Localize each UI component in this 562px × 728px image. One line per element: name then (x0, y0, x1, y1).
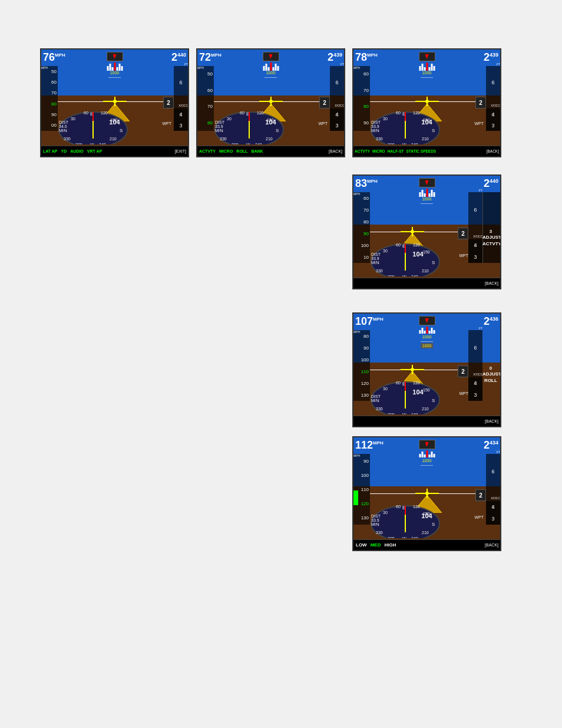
svg-text:240: 240 (411, 413, 418, 414)
menu-vrt-ap[interactable]: VRT AP (85, 149, 104, 153)
menu-halfst[interactable]: HALF-ST (386, 149, 405, 153)
menu-actvty[interactable]: ACTVTY (197, 149, 217, 153)
speed-display: 72MPH (199, 51, 222, 64)
svg-text:S: S (432, 260, 435, 265)
svg-point-97 (425, 492, 429, 495)
menu-low[interactable]: LOW (356, 542, 367, 548)
svg-text:150: 150 (423, 388, 430, 392)
speed-display: 78MPH (355, 51, 378, 64)
svg-text:150: 150 (423, 250, 430, 254)
heading-display: 104 (421, 118, 432, 126)
compass-icon (107, 52, 123, 61)
menu-bank[interactable]: BANK (249, 149, 265, 153)
svg-text:60: 60 (240, 111, 244, 115)
svg-text:120: 120 (413, 111, 420, 115)
svg-text:S: S (432, 398, 435, 403)
svg-text:210: 210 (422, 137, 429, 141)
svg-text:210: 210 (422, 531, 429, 535)
ft-label: FT (184, 62, 188, 66)
menu-high[interactable]: HIGH (384, 542, 396, 548)
wpt-label: WPT (474, 121, 484, 126)
wpt-label: WPT (318, 121, 328, 126)
vsi-display: 2 (458, 365, 468, 377)
heading-display: 104 (412, 251, 423, 258)
menu-static[interactable]: STATIC SPEEDS (405, 149, 437, 153)
alt-display: 2440 (171, 51, 186, 64)
compass-icon (263, 52, 279, 61)
menu-lat-ap[interactable]: LAT AP (41, 149, 59, 153)
svg-text:240: 240 (99, 143, 106, 144)
svg-text:60: 60 (396, 381, 401, 385)
nav-info: DIST33.9MI (371, 120, 381, 133)
speed-display: 112MPH (355, 439, 384, 452)
menu-micro3[interactable]: MICRO (371, 149, 386, 153)
panel-4: 83MPH 2440 1000 ——— 6070809010010 MPH 65… (352, 174, 501, 289)
svg-text:30: 30 (383, 117, 388, 121)
alt-tape-lower: 43 (468, 377, 482, 401)
menu-actvty3[interactable]: ACTVTY (353, 149, 371, 153)
svg-point-2 (113, 100, 117, 103)
green-speed-bar (353, 490, 358, 505)
svg-point-78 (411, 368, 414, 371)
menu-back5[interactable]: [BACK] (483, 419, 500, 423)
heading-ref: 1000 ——— (421, 335, 433, 343)
adjust-label-5: 0 ADJUST ROLL (482, 365, 499, 384)
menu-exit[interactable]: [EXIT] (173, 149, 188, 153)
side-numbers (482, 192, 500, 263)
menu-roll[interactable]: ROLL (234, 149, 249, 153)
svg-text:S: S (432, 522, 435, 527)
heading-display: 104 (109, 118, 120, 126)
svg-text:S: S (276, 128, 279, 133)
panel-6: 112MPH 2434 1000 ——— 90100110120130 MPH … (352, 436, 501, 551)
menu-back6[interactable]: [BACK] (483, 543, 500, 547)
speed-tape: 506070809000 (41, 66, 58, 131)
attitude-indicator (107, 62, 123, 71)
menu-audio[interactable]: AUDIO (68, 149, 85, 153)
svg-text:120: 120 (101, 111, 108, 115)
heading-display: 104 (412, 388, 423, 396)
alt-display: 2436 (484, 315, 498, 328)
svg-text:W: W (402, 536, 406, 538)
svg-text:W: W (402, 413, 406, 414)
wpt-label: WPT (459, 391, 468, 396)
heading-ref-2: 1000 (421, 343, 434, 348)
svg-point-59 (411, 230, 414, 233)
wpt-label: WPT (162, 121, 171, 126)
aircraft-symbol (103, 97, 127, 106)
svg-text:300: 300 (388, 536, 395, 538)
vsi-display: 2 (475, 97, 486, 108)
menu-bar-5: [BACK] (353, 416, 500, 426)
vsi-display: 2 (475, 489, 486, 501)
alt-display: 2439 (328, 51, 342, 64)
nav-info: DIST33.9MI (215, 120, 224, 133)
svg-text:30: 30 (383, 510, 388, 515)
heading-ref: 1000 ——— (108, 71, 121, 79)
alt-display: 2434 (484, 439, 498, 452)
svg-text:210: 210 (422, 269, 429, 273)
menu-yd[interactable]: YD (59, 149, 69, 153)
speed-tape: 8090100110120130 (353, 330, 370, 401)
speed-tape: 6070809010010 (353, 192, 370, 263)
attitude-indicator (419, 189, 435, 197)
menu-med[interactable]: MED (371, 542, 381, 548)
heading-ref: 1000 ——— (265, 71, 277, 79)
menu-back3[interactable]: [BACK] (485, 149, 500, 153)
svg-text:300: 300 (75, 143, 82, 144)
aircraft-symbol (259, 97, 283, 106)
vsi-display: 2 (458, 228, 468, 239)
menu-bar-6: LOW MED HIGH [BACK] (353, 539, 500, 550)
menu-micro[interactable]: MICRO (217, 149, 234, 153)
menu-back4[interactable]: [BACK] (483, 281, 500, 285)
wpt-label: WPT (459, 253, 468, 258)
alt-tape-lower: 43 (486, 501, 500, 525)
svg-text:30: 30 (227, 117, 232, 121)
attitude-indicator (263, 62, 279, 71)
attitude-indicator (419, 450, 435, 457)
menu-back[interactable]: [BACK] (327, 149, 344, 153)
svg-text:330: 330 (376, 531, 383, 535)
svg-text:W: W (402, 143, 406, 144)
svg-text:W: W (402, 275, 406, 276)
heading-display: 104 (421, 512, 432, 519)
compass-icon (419, 52, 435, 61)
svg-text:330: 330 (376, 407, 383, 411)
